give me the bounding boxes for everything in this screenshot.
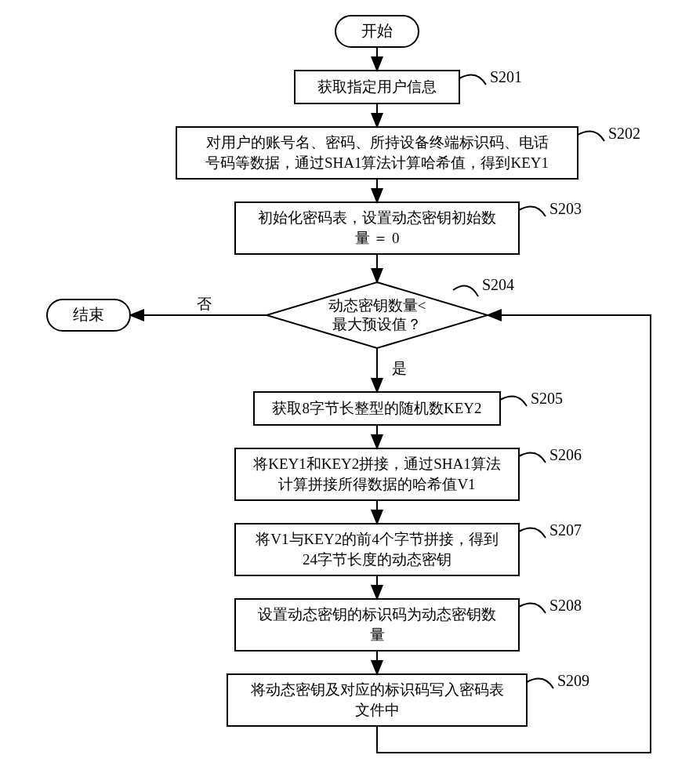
- label-connector: [519, 528, 546, 539]
- s202-label: S202: [608, 125, 640, 142]
- label-no: 否: [197, 296, 212, 312]
- label-yes: 是: [392, 360, 407, 376]
- s206-label: S206: [549, 446, 582, 463]
- terminal-end: 结束: [47, 299, 130, 331]
- s208-line1: 设置动态密钥的标识码为动态密钥数: [258, 606, 496, 622]
- s201-text: 获取指定用户信息: [317, 78, 437, 95]
- s208-label: S208: [549, 597, 582, 614]
- s206-line2: 计算拼接所得数据的哈希值V1: [278, 476, 475, 492]
- s209-line1: 将动态密钥及对应的标识码写入密码表: [250, 681, 504, 698]
- s204-line1: 动态密钥数量<: [328, 297, 426, 314]
- flowchart-diagram: 开始 获取指定用户信息 S201 对用户的账号名、密码、所持设备终端标识码、电话…: [0, 0, 689, 784]
- svg-marker-5: [267, 282, 488, 348]
- s205-text: 获取8字节长整型的随机数KEY2: [272, 400, 481, 416]
- step-s209: 将动态密钥及对应的标识码写入密码表 文件中 S209: [227, 672, 589, 726]
- end-label: 结束: [73, 306, 104, 323]
- step-s207: 将V1与KEY2的前4个字节拼接，得到 24字节长度的动态密钥 S207: [235, 521, 582, 575]
- s203-line2: 量 ＝ 0: [355, 230, 400, 246]
- label-connector: [500, 397, 527, 407]
- s204-line2: 最大预设值？: [332, 316, 422, 332]
- label-connector: [459, 75, 486, 85]
- decision-s204: 动态密钥数量< 最大预设值？ S204: [267, 276, 514, 348]
- s202-line1: 对用户的账号名、密码、所持设备终端标识码、电话: [206, 134, 549, 151]
- s209-line2: 文件中: [355, 702, 400, 718]
- step-s202: 对用户的账号名、密码、所持设备终端标识码、电话 号码等数据，通过SHA1算法计算…: [176, 125, 640, 179]
- s201-label: S201: [490, 68, 522, 85]
- step-s208: 设置动态密钥的标识码为动态密钥数 量 S208: [235, 597, 582, 651]
- s205-label: S205: [531, 390, 563, 407]
- step-s201: 获取指定用户信息 S201: [295, 68, 522, 103]
- label-connector: [519, 453, 546, 463]
- s203-label: S203: [549, 200, 582, 217]
- start-label: 开始: [361, 22, 393, 39]
- s203-line1: 初始化密码表，设置动态密钥初始数: [258, 209, 496, 226]
- s207-label: S207: [549, 521, 582, 539]
- s207-line2: 24字节长度的动态密钥: [303, 551, 451, 568]
- step-s203: 初始化密码表，设置动态密钥初始数 量 ＝ 0 S203: [235, 200, 582, 254]
- label-connector: [519, 207, 546, 217]
- label-connector: [453, 286, 478, 296]
- s209-label: S209: [557, 672, 589, 689]
- terminal-start: 开始: [335, 16, 419, 47]
- step-s205: 获取8字节长整型的随机数KEY2 S205: [254, 390, 563, 425]
- s208-line2: 量: [370, 626, 385, 643]
- s207-line1: 将V1与KEY2的前4个字节拼接，得到: [255, 531, 498, 547]
- step-s206: 将KEY1和KEY2拼接，通过SHA1算法 计算拼接所得数据的哈希值V1 S20…: [235, 446, 582, 500]
- s206-line1: 将KEY1和KEY2拼接，通过SHA1算法: [252, 456, 501, 472]
- label-connector: [527, 679, 553, 689]
- s202-line2: 号码等数据，通过SHA1算法计算哈希值，得到KEY1: [205, 154, 549, 171]
- label-connector: [519, 604, 546, 614]
- label-connector: [578, 132, 604, 142]
- s204-label: S204: [482, 276, 514, 293]
